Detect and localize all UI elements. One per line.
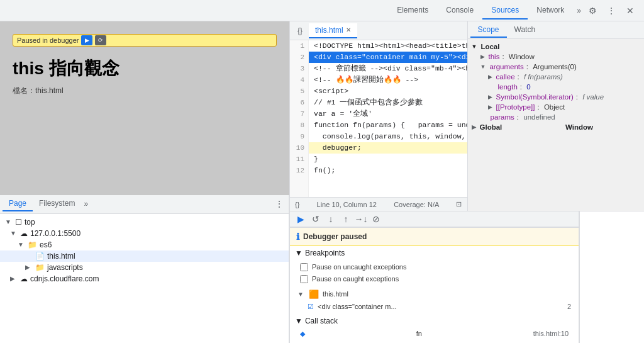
step-into-btn[interactable]: ↓ [324,212,338,226]
scope-this[interactable]: ▶ this : Window [468,52,645,62]
deactivate-btn[interactable]: ⊘ [369,212,383,226]
ln-5: 5 [294,86,304,97]
scope-params[interactable]: params : undefined [468,112,645,122]
ln-4: 4 [294,74,304,86]
info-icon: ℹ [296,232,299,242]
status-coverage: Coverage: N/A [394,201,439,208]
tab-elements[interactable]: Elements [388,2,437,20]
subtab-filesystem[interactable]: Filesystem [33,196,81,211]
ln-10: 10 [294,142,304,154]
scope-global-label: Global [480,123,502,131]
scope-prototype-key: [[Prototype]] [496,103,535,111]
tree-icon-js-folder: 📁 [35,263,45,272]
pause-uncaught-checkbox[interactable] [300,263,308,271]
scope-tab-scope[interactable]: Scope [470,23,507,38]
code-line-8[interactable]: function fn(params) { params = unde [309,120,467,131]
source-header: {} this.html ✕ [290,21,467,40]
tab-sources[interactable]: Sources [482,2,528,20]
step-over-icon[interactable]: ⟳ [95,35,106,45]
step-out-btn[interactable]: ↑ [339,212,353,226]
tree-cdnjs[interactable]: ▶ ☁ cdnjs.cloudflare.com [0,273,289,284]
line-numbers: 1 2 3 4 5 6 7 8 9 10 11 12 [290,40,309,197]
scope-tab-watch[interactable]: Watch [507,23,543,38]
bp-code-item[interactable]: ☑ <div class="container m... 2 [290,301,579,313]
tree-javascripts[interactable]: ▶ 📁 javascripts [0,262,289,273]
page-filename: 檔名：this.html [13,86,277,96]
ln-3: 3 [294,63,304,74]
tab-console[interactable]: Console [437,2,482,20]
bottom-left-panel: ▶ ↺ ↓ ↑ →↓ ⊘ ℹ Debugger paused ▼ Breakpo… [290,211,579,343]
scope-local-section[interactable]: ▼ Local [468,42,645,52]
pause-caught-checkbox[interactable] [300,275,308,283]
scope-arguments-key: arguments [489,63,523,70]
scope-callee-key: callee [496,73,515,81]
breakpoints-header[interactable]: ▼ Breakpoints [290,246,579,260]
tree-arrow-js: ▶ [25,264,33,271]
scope-callee[interactable]: ▶ callee : f fn(params) [468,72,645,82]
code-line-4[interactable]: <!-- 🔥🔥課習開始🔥🔥 --> [309,74,467,86]
tree-arrow-this [25,252,33,259]
more-options-icon[interactable]: ⋮ [604,3,619,18]
scope-local-label: Local [480,43,499,50]
tree-this-html[interactable]: 📄 this.html [0,250,289,262]
source-tab-label: this.html [315,26,343,35]
code-line-3[interactable]: <!-- 章節標籤 --><div class="mb-4"><h [309,63,467,74]
pause-uncaught-item[interactable]: Pause on uncaught exceptions [290,261,579,273]
scope-arguments[interactable]: ▼ arguments : Arguments(0) [468,62,645,72]
subtab-more[interactable]: » [81,197,91,211]
step-over-btn[interactable]: ↺ [309,212,323,226]
tab-network[interactable]: Network [528,2,573,20]
callstack-header[interactable]: ▼ Call stack [290,314,579,328]
scope-prototype[interactable]: ▶ [[Prototype]] : Object [468,102,645,112]
subtab-page[interactable]: Page [3,196,33,211]
scope-global-section[interactable]: ▶ Global Window [468,122,645,132]
tree-icon-top: ☐ [15,218,22,227]
pause-caught-item[interactable]: Pause on caught exceptions [290,273,579,285]
code-line-5[interactable]: <script> [309,86,467,97]
scope-arguments-val: Arguments(0) [533,63,577,70]
scope-global-sep [504,123,563,131]
tree-es6[interactable]: ▼ 📁 es6 [0,239,289,250]
scope-length[interactable]: length : 0 [468,82,645,92]
scope-symbol-iterator[interactable]: ▶ Symbol(Symbol.iterator) : f value [468,92,645,102]
code-line-7[interactable]: var a = '全域' [309,108,467,120]
step-btn[interactable]: →↓ [354,212,368,226]
settings-icon[interactable]: ⚙ [585,3,600,18]
top-split: {} this.html ✕ 1 2 3 4 5 6 7 [290,21,644,211]
code-line-6[interactable]: // #1 一個函式中包含多少參數 [309,97,467,108]
scope-arrow-callee: ▶ [488,74,492,80]
tree-server[interactable]: ▼ ☁ 127.0.0.1:5500 [0,228,289,239]
code-line-12[interactable]: fn(); [309,165,467,176]
status-line-col: Line 10, Column 12 [317,201,377,208]
tree-icon-server: ☁ [20,229,28,238]
resume-button[interactable]: ▶ [81,35,92,45]
status-end-icon: ⊡ [456,200,462,208]
scope-arrow-proto: ▶ [488,104,492,110]
bp-file-this-html[interactable]: ▼ 🟧 this.html [290,288,579,301]
scope-length-sep: : [520,83,524,91]
code-line-11[interactable]: } [309,154,467,165]
code-line-9[interactable]: console.log(params, this, window, a [309,131,467,142]
code-line-2[interactable]: <div class="container main my-5"><div [309,52,467,63]
close-devtools-icon[interactable]: ✕ [623,3,638,18]
source-tab-this-html[interactable]: this.html ✕ [309,23,357,38]
scope-callee-sep: : [518,73,521,81]
resume-debug-btn[interactable]: ▶ [294,212,308,226]
bottom-right-empty [579,211,644,343]
source-tab-close[interactable]: ✕ [346,26,351,33]
code-area[interactable]: 1 2 3 4 5 6 7 8 9 10 11 12 <!DOCTY [290,40,467,197]
more-tabs-icon[interactable]: » [573,3,585,19]
callstack-fn-item[interactable]: ◆ fn this.html:10 [290,328,579,340]
scope-params-val: undefined [523,113,555,121]
top-bar: Elements Console Sources Network » ⚙ ⋮ ✕ [0,0,644,21]
scope-watch-tabs: Scope Watch [467,21,645,39]
debugger-bottom: ℹ Debugger paused ▼ Breakpoints Pause on… [290,227,579,343]
tree-top[interactable]: ▼ ☐ top [0,216,289,228]
code-line-1[interactable]: <!DOCTYPE html><html><head><title>thi [309,40,467,52]
tree-label-cdnjs: cdnjs.cloudflare.com [30,274,99,283]
code-line-10[interactable]: debugger; [309,142,467,154]
file-tree: ▼ ☐ top ▼ ☁ 127.0.0.1:5500 ▼ 📁 es6 📄 [0,214,289,344]
subtab-menu-icon[interactable]: ⋮ [272,196,286,211]
tree-label-es6: es6 [40,240,52,249]
callstack-arrow: ▼ [295,317,303,325]
